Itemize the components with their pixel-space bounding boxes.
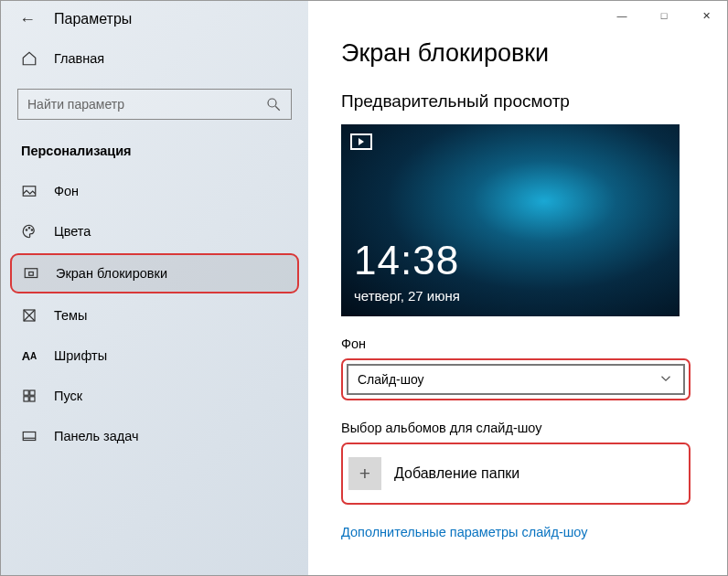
- svg-point-0: [268, 99, 276, 107]
- svg-point-3: [26, 229, 27, 231]
- add-folder-button[interactable]: + Добавление папки: [347, 448, 685, 499]
- home-label: Главная: [54, 51, 104, 66]
- maximize-button[interactable]: □: [643, 1, 685, 30]
- nav-label: Фон: [54, 184, 79, 198]
- advanced-settings-link[interactable]: Дополнительные параметры слайд-шоу: [341, 525, 694, 539]
- svg-line-1: [275, 106, 280, 111]
- nav-label: Экран блокировки: [56, 266, 167, 281]
- section-header: Персонализация: [1, 138, 308, 171]
- preview-date: четверг, 27 июня: [354, 288, 460, 304]
- search-icon: [265, 96, 282, 112]
- nav-label: Цвета: [54, 224, 91, 239]
- window-controls: — □ ✕: [601, 1, 727, 30]
- albums-label: Выбор альбомов для слайд-шоу: [341, 421, 694, 435]
- search-input[interactable]: [27, 97, 265, 112]
- svg-rect-9: [24, 390, 28, 395]
- picture-icon: [21, 183, 37, 199]
- taskbar-icon: [21, 428, 37, 444]
- sidebar-item-lockscreen[interactable]: Экран блокировки: [10, 253, 299, 293]
- svg-rect-7: [29, 272, 34, 276]
- svg-point-4: [28, 228, 30, 229]
- chevron-down-icon: [658, 370, 674, 389]
- lockscreen-preview: 14:38 четверг, 27 июня: [341, 124, 680, 316]
- svg-rect-12: [30, 397, 35, 401]
- window-title: Параметры: [54, 11, 132, 27]
- background-label: Фон: [341, 336, 694, 351]
- preview-time: 14:38: [354, 238, 459, 283]
- minimize-button[interactable]: —: [601, 1, 643, 30]
- svg-rect-11: [24, 397, 28, 401]
- nav-label: Темы: [54, 308, 88, 323]
- preview-heading: Предварительный просмотр: [341, 91, 694, 112]
- background-dropdown[interactable]: Слайд-шоу: [347, 364, 685, 395]
- page-title: Экран блокировки: [341, 39, 694, 68]
- start-icon: [21, 388, 37, 404]
- home-icon: [21, 50, 37, 67]
- plus-icon: +: [348, 457, 381, 490]
- background-dropdown-highlight: Слайд-шоу: [341, 358, 691, 400]
- svg-rect-6: [25, 269, 37, 278]
- fonts-icon: AA: [21, 347, 37, 364]
- add-folder-label: Добавление папки: [394, 465, 519, 482]
- palette-icon: [21, 223, 37, 240]
- svg-rect-2: [23, 187, 36, 197]
- nav-label: Пуск: [54, 389, 82, 403]
- sidebar: ← Параметры Главная Персонализация Фон Ц…: [1, 1, 308, 575]
- sidebar-item-start[interactable]: Пуск: [1, 376, 308, 416]
- sidebar-item-background[interactable]: Фон: [1, 171, 308, 211]
- svg-point-5: [31, 229, 33, 231]
- sidebar-item-taskbar[interactable]: Панель задач: [1, 416, 308, 456]
- sidebar-item-themes[interactable]: Темы: [1, 295, 308, 336]
- titlebar: ← Параметры: [1, 1, 308, 37]
- close-button[interactable]: ✕: [685, 1, 727, 30]
- home-nav[interactable]: Главная: [1, 37, 308, 80]
- main-content: — □ ✕ Экран блокировки Предварительный п…: [308, 1, 727, 575]
- slideshow-icon: [350, 133, 372, 150]
- svg-rect-13: [23, 432, 36, 441]
- nav-label: Шрифты: [54, 348, 107, 363]
- dropdown-value: Слайд-шоу: [358, 372, 424, 387]
- back-button[interactable]: ←: [19, 10, 36, 29]
- search-box[interactable]: [17, 89, 292, 120]
- sidebar-item-fonts[interactable]: AA Шрифты: [1, 336, 308, 376]
- themes-icon: [21, 307, 37, 324]
- add-folder-highlight: + Добавление папки: [341, 443, 691, 505]
- lockscreen-icon: [23, 265, 39, 282]
- svg-rect-10: [30, 390, 35, 395]
- sidebar-item-colors[interactable]: Цвета: [1, 211, 308, 251]
- nav-label: Панель задач: [54, 429, 139, 443]
